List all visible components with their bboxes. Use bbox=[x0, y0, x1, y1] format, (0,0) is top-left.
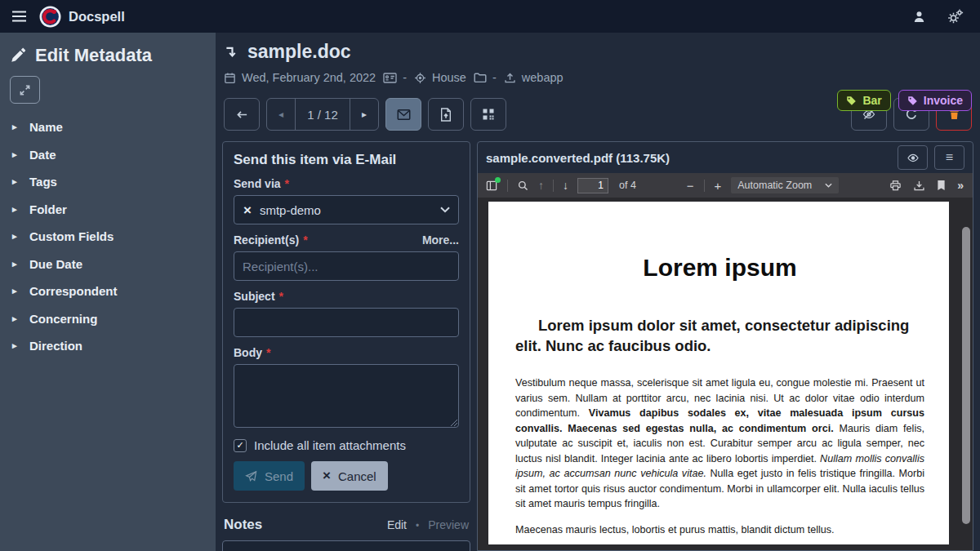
checkbox-label: Include all item attachments bbox=[254, 438, 406, 452]
sidebar-item-custom-fields[interactable]: ▸Custom Fields bbox=[0, 223, 216, 251]
pdf-paragraph: Vestibulum neque massa, scelerisque sit … bbox=[515, 375, 924, 512]
caret-right-icon: ▸ bbox=[12, 149, 19, 160]
item-detail-main: sample.doc Wed, February 2nd, 2022 - Hou… bbox=[216, 33, 980, 551]
email-panel-title: Send this item via E-Mail bbox=[234, 152, 459, 168]
add-files-button[interactable] bbox=[428, 98, 464, 131]
send-via-label: Send via* bbox=[234, 177, 459, 190]
sidebar-item-date[interactable]: ▸Date bbox=[0, 141, 216, 169]
caret-right-icon: ▸ bbox=[12, 204, 19, 215]
required-asterisk: * bbox=[303, 233, 307, 247]
prev-item-button[interactable]: ◂ bbox=[267, 99, 295, 130]
menu-toggle-button[interactable] bbox=[0, 11, 38, 22]
item-position-indicator: 1 / 12 bbox=[295, 99, 350, 130]
include-attachments-checkbox-row[interactable]: ✓ Include all item attachments bbox=[234, 438, 459, 452]
notes-textarea[interactable] bbox=[222, 540, 470, 551]
attachment-menu-button[interactable]: ≡ bbox=[934, 145, 964, 170]
caret-right-icon: ▸ bbox=[12, 176, 19, 187]
caret-right-icon: ▸ bbox=[12, 231, 19, 242]
address-card-icon bbox=[383, 72, 397, 84]
document-title: sample.doc bbox=[222, 41, 973, 63]
item-source: webapp bbox=[504, 71, 564, 84]
more-recipients-link[interactable]: More... bbox=[422, 233, 459, 247]
send-via-select[interactable]: × smtp-demo bbox=[234, 195, 459, 224]
pdf-more-tools-button[interactable]: » bbox=[957, 179, 964, 192]
required-asterisk: * bbox=[266, 346, 270, 359]
pencil-icon bbox=[10, 47, 26, 64]
clear-selection-icon[interactable]: × bbox=[243, 203, 252, 217]
dot-separator: • bbox=[416, 520, 419, 531]
send-via-selected-value: smtp-demo bbox=[260, 203, 321, 217]
sidebar-item-concerning[interactable]: ▸Concerning bbox=[0, 305, 216, 333]
send-button[interactable]: Send bbox=[234, 461, 305, 491]
pdf-zoom-in-button[interactable]: + bbox=[715, 179, 722, 193]
settings-gears-icon[interactable] bbox=[947, 9, 964, 24]
pdfjs-toolbar: ↑ ↓ of 4 − + Automatic Zoom bbox=[478, 173, 973, 198]
calendar-icon bbox=[224, 72, 236, 84]
caret-right-icon: ▸ bbox=[12, 286, 19, 296]
user-account-icon[interactable] bbox=[912, 10, 926, 24]
recipients-label: Recipient(s)* bbox=[234, 233, 308, 247]
pdf-print-button[interactable] bbox=[889, 180, 902, 192]
pdf-search-button[interactable] bbox=[517, 180, 529, 192]
pdf-zoom-select[interactable]: Automatic Zoom bbox=[731, 177, 839, 193]
brand-title: Docspell bbox=[69, 9, 125, 24]
notes-title: Notes bbox=[224, 517, 262, 533]
item-correspondent: - bbox=[383, 71, 407, 84]
body-label: Body* bbox=[234, 346, 459, 359]
sidebar-item-correspondent[interactable]: ▸Correspondent bbox=[0, 278, 216, 305]
subject-input[interactable] bbox=[234, 308, 459, 337]
tags-row: Bar Invoice bbox=[837, 90, 972, 111]
notes-edit-link[interactable]: Edit bbox=[387, 518, 407, 531]
pdf-prev-page-button[interactable]: ↑ bbox=[538, 179, 544, 192]
required-asterisk: * bbox=[285, 177, 289, 190]
pdf-next-page-button[interactable]: ↓ bbox=[563, 179, 568, 192]
notes-header: Notes Edit • Preview bbox=[224, 517, 469, 533]
edit-metadata-sidebar: Edit Metadata ▸Name ▸Date ▸Tags ▸Folder … bbox=[0, 33, 216, 551]
body-textarea[interactable] bbox=[234, 364, 459, 428]
recipients-input[interactable] bbox=[234, 251, 459, 281]
level-down-icon bbox=[224, 44, 238, 60]
pdf-page-input[interactable] bbox=[577, 178, 608, 193]
next-item-button[interactable]: ▸ bbox=[350, 99, 378, 130]
back-button[interactable] bbox=[224, 98, 260, 131]
notification-dot bbox=[495, 177, 501, 183]
docspell-logo-icon bbox=[39, 6, 61, 28]
pdf-doc-heading: Lorem ipsum dolor sit amet, consectetur … bbox=[515, 316, 924, 356]
pdf-zoom-out-button[interactable]: − bbox=[687, 179, 694, 193]
pdf-scrollbar[interactable] bbox=[962, 227, 970, 550]
sidebar-item-name[interactable]: ▸Name bbox=[0, 113, 216, 141]
tag-invoice[interactable]: Invoice bbox=[898, 90, 972, 111]
sidebar-item-due-date[interactable]: ▸Due Date bbox=[0, 251, 216, 278]
pdf-bookmark-button[interactable] bbox=[937, 180, 946, 191]
page-navigation-group: ◂ 1 / 12 ▸ bbox=[266, 98, 379, 131]
sidebar-item-folder[interactable]: ▸Folder bbox=[0, 196, 216, 224]
folder-icon bbox=[474, 72, 487, 83]
pdf-sidebar-toggle-button[interactable] bbox=[485, 180, 498, 192]
pdf-download-button[interactable] bbox=[913, 180, 925, 192]
paper-plane-icon bbox=[245, 470, 257, 482]
pdf-scrollbar-thumb[interactable] bbox=[962, 227, 970, 524]
expand-all-button[interactable] bbox=[10, 76, 40, 104]
pdf-bullet-list: •Maecenas non lorem quis tellus placerat… bbox=[515, 549, 924, 550]
attachment-header: sample.converted.pdf (113.75K) ≡ bbox=[478, 142, 973, 173]
top-navbar: Docspell bbox=[0, 0, 980, 33]
pdf-page-count: of 4 bbox=[619, 180, 636, 191]
view-original-eye-button[interactable] bbox=[898, 145, 928, 170]
upload-icon bbox=[504, 72, 516, 84]
sidebar-item-tags[interactable]: ▸Tags bbox=[0, 168, 216, 196]
sidebar-item-direction[interactable]: ▸Direction bbox=[0, 332, 216, 360]
checkbox-checked[interactable]: ✓ bbox=[234, 439, 247, 452]
tag-icon bbox=[846, 96, 857, 106]
sidebar-title: Edit Metadata bbox=[35, 45, 152, 66]
crosshairs-icon bbox=[414, 72, 426, 84]
send-mail-button[interactable] bbox=[385, 98, 421, 131]
metadata-sections-list: ▸Name ▸Date ▸Tags ▸Folder ▸Custom Fields… bbox=[0, 113, 216, 360]
pdf-doc-title: Lorem ipsum bbox=[515, 254, 924, 282]
toolbar-divider bbox=[507, 180, 508, 192]
qr-code-button[interactable] bbox=[470, 98, 506, 131]
caret-right-icon: ▸ bbox=[12, 122, 19, 132]
notes-preview-link[interactable]: Preview bbox=[428, 518, 469, 531]
tag-bar[interactable]: Bar bbox=[837, 90, 890, 111]
required-asterisk: * bbox=[279, 290, 283, 303]
cancel-button[interactable]: × Cancel bbox=[311, 461, 388, 491]
